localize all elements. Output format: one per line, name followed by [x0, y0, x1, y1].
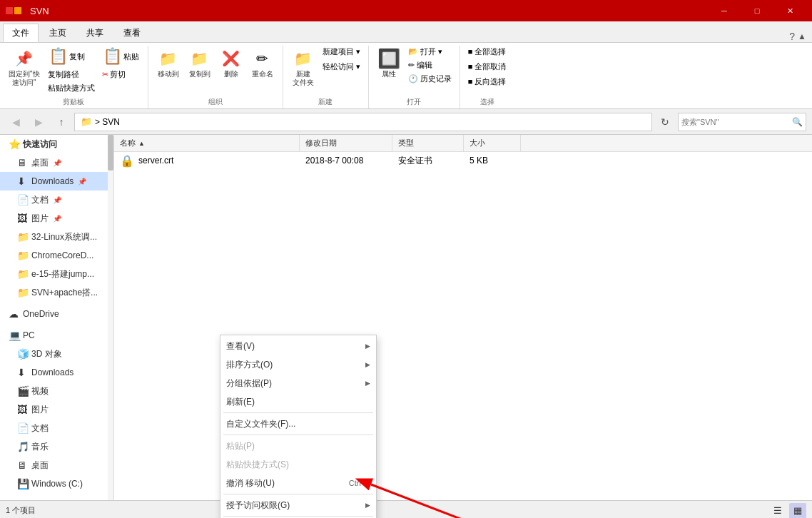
ctx-undo[interactable]: 撤消 移动(U) Ctrl+Z [220, 474, 376, 492]
delete-label: 删除 [224, 70, 238, 78]
rename-icon: ✏ [251, 47, 274, 70]
properties-button[interactable]: 🔲 属性 [375, 46, 403, 80]
tab-view[interactable]: 查看 [114, 24, 150, 42]
copy-button[interactable]: 📋 复制 [46, 46, 97, 67]
collapse-ribbon-icon[interactable]: ▲ [798, 31, 806, 41]
ctx-grant-access-arrow: ▶ [365, 502, 370, 509]
title-bar: SVN ─ □ ✕ [0, 0, 812, 21]
address-input[interactable]: 📁 > SVN [74, 113, 652, 131]
forward-button[interactable]: ▶ [29, 112, 49, 132]
tab-home[interactable]: 主页 [40, 24, 76, 42]
up-button[interactable]: ↑ [51, 112, 71, 132]
sidebar-scrollbar-thumb[interactable] [108, 135, 113, 171]
ctx-paste[interactable]: 粘贴(P) [220, 437, 376, 455]
paste-shortcut-label: 粘贴快捷方式 [48, 83, 95, 93]
select-content: ■ 全部选择 ■ 全部取消 ■ 反向选择 [466, 46, 509, 94]
delete-button[interactable]: ❌ 删除 [217, 46, 245, 80]
sidebar-item-desktop[interactable]: 🖥 桌面 📌 [0, 153, 113, 172]
col-header-type[interactable]: 类型 [392, 135, 464, 151]
open-button[interactable]: 📂 打开 ▾ [406, 46, 454, 58]
ctx-group-label: 分组依据(P) [226, 377, 272, 390]
sidebar-item-chromecore[interactable]: 📁 ChromeCoreD... [0, 246, 113, 265]
ctx-customize[interactable]: 自定义文件夹(F)... [220, 415, 376, 433]
invert-select-label: ■ 反向选择 [468, 76, 507, 87]
list-view-button[interactable]: ☰ [769, 503, 786, 519]
sidebar-item-svnapache[interactable]: 📁 SVN+apache搭... [0, 283, 113, 302]
sidebar-item-onedrive[interactable]: ☁ OneDrive [0, 305, 113, 323]
detail-view-button[interactable]: ▦ [789, 503, 806, 519]
easy-access-button[interactable]: 轻松访问 ▾ [320, 61, 362, 73]
tab-share[interactable]: 共享 [77, 24, 113, 42]
ribbon-tabs: 文件 主页 共享 查看 ? ▲ [0, 21, 812, 43]
sidebar-item-downloads2[interactable]: ⬇ Downloads [0, 363, 113, 382]
paste-button[interactable]: 📋 粘贴 [100, 46, 142, 67]
cdrive-icon: 💾 [17, 478, 29, 489]
ctx-refresh[interactable]: 刷新(E) [220, 392, 376, 411]
ribbon-group-clipboard: 📌 固定到"快速访问" 📋 复制 复制路径 粘贴快捷方式 📋 粘贴 [0, 46, 148, 108]
pin-quickaccess-button[interactable]: 📌 固定到"快速访问" [6, 46, 43, 88]
new-item-button[interactable]: 新建项目 ▾ [320, 46, 362, 58]
sidebar-item-pc[interactable]: 💻 PC [0, 326, 113, 345]
search-input[interactable] [681, 118, 792, 126]
cut-label: 剪切 [110, 69, 126, 80]
sidebar-item-pictures[interactable]: 🖼 图片 📌 [0, 209, 113, 228]
sidebar-item-cDrive[interactable]: 💾 Windows (C:) [0, 474, 113, 493]
history-button[interactable]: 🕐 历史记录 [406, 73, 454, 85]
icon-red [6, 7, 13, 14]
ctx-sort[interactable]: 排序方式(O) ▶ [220, 355, 376, 374]
search-icon: 🔍 [792, 117, 803, 127]
sidebar-scroll[interactable]: ⭐ 快速访问 🖥 桌面 📌 ⬇ Downloads 📌 📄 文档 📌 🖼 图片 [0, 135, 113, 500]
move-to-button[interactable]: 📁 移动到 [154, 46, 183, 80]
sidebar-item-pictures2[interactable]: 🖼 图片 [0, 400, 113, 419]
ctx-paste-shortcut[interactable]: 粘贴快捷方式(S) [220, 455, 376, 474]
tab-file[interactable]: 文件 [3, 24, 39, 42]
ribbon-group-new: 📁 新建文件夹 新建项目 ▾ 轻松访问 ▾ 新建 [283, 46, 369, 108]
help-icon[interactable]: ? [789, 31, 795, 42]
sidebar-item-3dobjects[interactable]: 🧊 3D 对象 [0, 345, 113, 363]
folder-chromecore-label: ChromeCoreD... [31, 250, 93, 260]
deselect-all-button[interactable]: ■ 全部取消 [466, 61, 509, 73]
edit-button[interactable]: ✏ 编辑 [406, 59, 454, 71]
col-header-name[interactable]: 名称 ▲ [114, 135, 300, 151]
refresh-button[interactable]: ↻ [655, 112, 675, 132]
ctx-sep3 [223, 494, 373, 494]
cut-button[interactable]: ✂ 剪切 [100, 68, 142, 81]
close-button[interactable]: ✕ [773, 0, 806, 21]
col-header-size[interactable]: 大小 [464, 135, 521, 151]
minimize-button[interactable]: ─ [708, 0, 741, 21]
cut-icon: ✂ [102, 70, 108, 79]
copy-icon: 📋 [49, 47, 68, 66]
sidebar-item-videos[interactable]: 🎬 视频 [0, 382, 113, 400]
search-box: 🔍 [678, 113, 806, 131]
col-name-label: 名称 [120, 138, 136, 148]
maximize-button[interactable]: □ [741, 0, 773, 21]
sidebar-item-desktop2[interactable]: 🖥 桌面 [0, 456, 113, 474]
ctx-sep1 [223, 412, 373, 413]
paste-shortcut-button[interactable]: 粘贴快捷方式 [46, 82, 97, 94]
table-row[interactable]: 🔒 server.crt 2018-8-7 00:08 安全证书 5 KB [114, 152, 812, 169]
sidebar-item-quickaccess[interactable]: ⭐ 快速访问 [0, 135, 113, 153]
ctx-paste-shortcut-label: 粘贴快捷方式(S) [226, 459, 289, 471]
documents-pin-icon: 📌 [53, 196, 61, 204]
sidebar-item-e15[interactable]: 📁 e-15-搭建jump... [0, 265, 113, 283]
copy-path-button[interactable]: 复制路径 [46, 68, 97, 81]
invert-select-button[interactable]: ■ 反向选择 [466, 76, 509, 88]
sidebar-item-downloads[interactable]: ⬇ Downloads 📌 [0, 172, 113, 191]
ctx-sort-label: 排序方式(O) [226, 359, 273, 371]
rename-button[interactable]: ✏ 重命名 [248, 46, 277, 80]
ctx-group[interactable]: 分组依据(P) ▶ [220, 374, 376, 392]
new-folder-button[interactable]: 📁 新建文件夹 [289, 46, 318, 88]
sidebar-item-documents[interactable]: 📄 文档 📌 [0, 191, 113, 209]
col-header-date[interactable]: 修改日期 [300, 135, 392, 151]
copy-to-button[interactable]: 📁 复制到 [186, 46, 214, 80]
desktop-label: 桌面 [31, 157, 49, 169]
sidebar-item-music[interactable]: 🎵 音乐 [0, 437, 113, 456]
paste-icon: 📋 [103, 47, 122, 66]
sidebar-item-documents2[interactable]: 📄 文档 [0, 419, 113, 437]
ctx-grant-access[interactable]: 授予访问权限(G) ▶ [220, 496, 376, 514]
sidebar-item-32linux[interactable]: 📁 32-Linux系统调... [0, 228, 113, 246]
documents2-label: 文档 [31, 422, 49, 435]
back-button[interactable]: ◀ [6, 112, 26, 132]
ctx-view[interactable]: 查看(V) ▶ [220, 337, 376, 355]
select-all-button[interactable]: ■ 全部选择 [466, 46, 509, 58]
